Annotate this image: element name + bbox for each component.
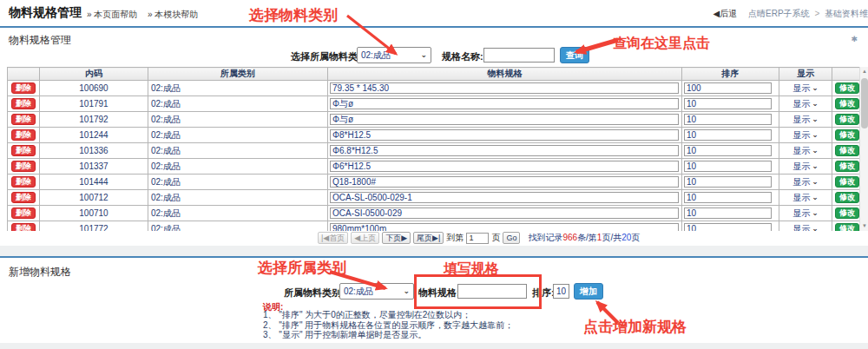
module-help-link[interactable]: » 本模块帮助 bbox=[148, 9, 198, 21]
delete-button[interactable]: 删除 bbox=[11, 207, 36, 220]
row-display-select[interactable]: 显示 ⌄ bbox=[779, 223, 832, 232]
row-display-select[interactable]: 显示 ⌄ bbox=[779, 207, 832, 220]
modify-button[interactable]: 修改 bbox=[835, 207, 859, 220]
modify-button[interactable]: 修改 bbox=[835, 145, 859, 157]
row-code: 101772 bbox=[40, 221, 148, 232]
chevron-down-icon: ⌄ bbox=[812, 178, 819, 186]
row-sort-input[interactable] bbox=[684, 145, 772, 156]
row-code: 101244 bbox=[40, 128, 148, 143]
table-row: 删除 101791 02:成品 显示 ⌄ 修改 bbox=[8, 96, 860, 112]
modify-button[interactable]: 修改 bbox=[835, 82, 859, 95]
row-spec-input[interactable] bbox=[330, 98, 679, 109]
spec-name-input[interactable] bbox=[483, 48, 555, 63]
add-spec-title: 新增物料规格 bbox=[9, 265, 71, 280]
add-category-select[interactable]: 02:成品 ⌄ bbox=[339, 283, 414, 300]
modify-button[interactable]: 修改 bbox=[835, 129, 859, 142]
row-display-select[interactable]: 显示 ⌄ bbox=[779, 145, 832, 157]
scrollbar-thumb[interactable] bbox=[861, 78, 868, 128]
row-code: 101336 bbox=[40, 143, 148, 159]
spec-management-panel: 物料规格管理 ✱ 选择所属物料类别: 02:成品 ⌄ 规格名称: 查询 内码 所… bbox=[0, 28, 868, 246]
top-header: 物料规格管理 » 本页面帮助 » 本模块帮助 ◀后退 点晴ERP子系统 > 基础… bbox=[0, 0, 868, 28]
table-row: 删除 101336 02:成品 显示 ⌄ 修改 bbox=[8, 143, 860, 159]
prev-page-button[interactable]: ◀上页 bbox=[351, 232, 379, 245]
row-code: 101444 bbox=[40, 174, 148, 190]
row-sort-input[interactable] bbox=[684, 223, 772, 231]
modify-button[interactable]: 修改 bbox=[835, 176, 859, 188]
delete-button[interactable]: 删除 bbox=[11, 176, 36, 188]
delete-button[interactable]: 删除 bbox=[11, 114, 36, 126]
row-display-select[interactable]: 显示 ⌄ bbox=[779, 176, 832, 188]
row-spec-input[interactable] bbox=[330, 192, 679, 203]
row-category: 02:成品 bbox=[148, 159, 328, 174]
modify-button[interactable]: 修改 bbox=[835, 98, 859, 110]
row-sort-input[interactable] bbox=[684, 98, 772, 109]
row-sort-input[interactable] bbox=[684, 129, 772, 141]
modify-button[interactable]: 修改 bbox=[835, 114, 859, 126]
chevron-down-icon: ⌄ bbox=[812, 194, 819, 201]
row-spec-input[interactable] bbox=[330, 207, 679, 219]
row-code: 101337 bbox=[40, 159, 148, 174]
row-spec-input[interactable] bbox=[330, 145, 679, 156]
scroll-down-icon[interactable]: ▼ bbox=[860, 221, 868, 231]
next-page-button[interactable]: 下页▶ bbox=[382, 232, 411, 245]
row-spec-input[interactable] bbox=[330, 82, 679, 94]
goto-page-label: 到第 bbox=[446, 232, 464, 244]
row-spec-input[interactable] bbox=[330, 129, 679, 141]
row-category: 02:成品 bbox=[148, 174, 328, 190]
category-filter-select[interactable]: 02:成品 ⌄ bbox=[357, 47, 431, 63]
row-spec-input[interactable] bbox=[330, 161, 679, 172]
row-spec-input[interactable] bbox=[330, 114, 679, 125]
goto-page-input[interactable] bbox=[466, 233, 489, 244]
row-display-select[interactable]: 显示 ⌄ bbox=[779, 161, 832, 173]
search-button[interactable]: 查询 bbox=[560, 47, 589, 63]
row-display-select[interactable]: 显示 ⌄ bbox=[779, 114, 832, 126]
row-code: 101792 bbox=[40, 112, 148, 128]
table-row: 删除 101444 02:成品 显示 ⌄ 修改 bbox=[8, 174, 860, 190]
row-sort-input[interactable] bbox=[684, 114, 772, 125]
row-sort-input[interactable] bbox=[684, 176, 772, 188]
delete-button[interactable]: 删除 bbox=[11, 129, 36, 142]
row-spec-input[interactable] bbox=[330, 223, 679, 231]
breadcrumb-item-system[interactable]: 点晴ERP子系统 bbox=[748, 9, 810, 18]
row-sort-input[interactable] bbox=[684, 192, 772, 203]
row-sort-input[interactable] bbox=[684, 161, 772, 172]
row-display-select[interactable]: 显示 ⌄ bbox=[779, 98, 832, 110]
table-row: 删除 100710 02:成品 显示 ⌄ 修改 bbox=[8, 206, 860, 221]
delete-button[interactable]: 删除 bbox=[11, 192, 36, 204]
add-button[interactable]: 增加 bbox=[574, 283, 603, 300]
go-button[interactable]: Go bbox=[503, 232, 520, 245]
spec-table: 内码 所属类别 物料规格 排序 显示 删除 100690 02:成品 显示 ⌄ … bbox=[7, 67, 859, 231]
spec-table-body: 删除 100690 02:成品 显示 ⌄ 修改 删除 101791 02:成品 … bbox=[8, 81, 860, 232]
add-spec-input[interactable] bbox=[457, 284, 527, 299]
table-scrollbar[interactable]: ▲ ▼ bbox=[859, 67, 868, 231]
row-spec-input[interactable] bbox=[330, 176, 679, 188]
modify-button[interactable]: 修改 bbox=[835, 161, 859, 173]
row-category: 02:成品 bbox=[148, 221, 328, 232]
modify-button[interactable]: 修改 bbox=[835, 192, 859, 204]
chevron-down-icon: ⌄ bbox=[812, 131, 819, 139]
modify-button[interactable]: 修改 bbox=[835, 223, 859, 231]
last-page-button[interactable]: 尾页▶| bbox=[413, 232, 444, 245]
table-header-row: 内码 所属类别 物料规格 排序 显示 bbox=[8, 68, 860, 81]
row-display-select[interactable]: 显示 ⌄ bbox=[779, 129, 832, 142]
scroll-up-icon[interactable]: ▲ bbox=[860, 67, 868, 76]
collapse-icon[interactable]: ✱ bbox=[851, 35, 858, 43]
delete-button[interactable]: 删除 bbox=[11, 161, 36, 173]
delete-button[interactable]: 删除 bbox=[11, 82, 36, 95]
col-spec: 物料规格 bbox=[328, 68, 682, 81]
page-help-link[interactable]: » 本页面帮助 bbox=[87, 9, 137, 21]
row-sort-input[interactable] bbox=[684, 207, 772, 219]
breadcrumb-item-section[interactable]: 基础资料维护 bbox=[825, 9, 868, 18]
row-sort-input[interactable] bbox=[684, 82, 772, 94]
delete-button[interactable]: 删除 bbox=[11, 145, 36, 157]
delete-button[interactable]: 删除 bbox=[11, 223, 36, 231]
table-row: 删除 101337 02:成品 显示 ⌄ 修改 bbox=[8, 159, 860, 174]
back-button[interactable]: ◀后退 bbox=[713, 9, 738, 18]
chevron-down-icon: ⌄ bbox=[812, 209, 819, 217]
row-display-select[interactable]: 显示 ⌄ bbox=[779, 192, 832, 204]
row-display-select[interactable]: 显示 ⌄ bbox=[779, 82, 832, 95]
add-sort-input[interactable] bbox=[553, 284, 569, 299]
table-row: 删除 101244 02:成品 显示 ⌄ 修改 bbox=[8, 128, 860, 143]
first-page-button[interactable]: |◀首页 bbox=[318, 232, 348, 245]
delete-button[interactable]: 删除 bbox=[11, 98, 36, 110]
